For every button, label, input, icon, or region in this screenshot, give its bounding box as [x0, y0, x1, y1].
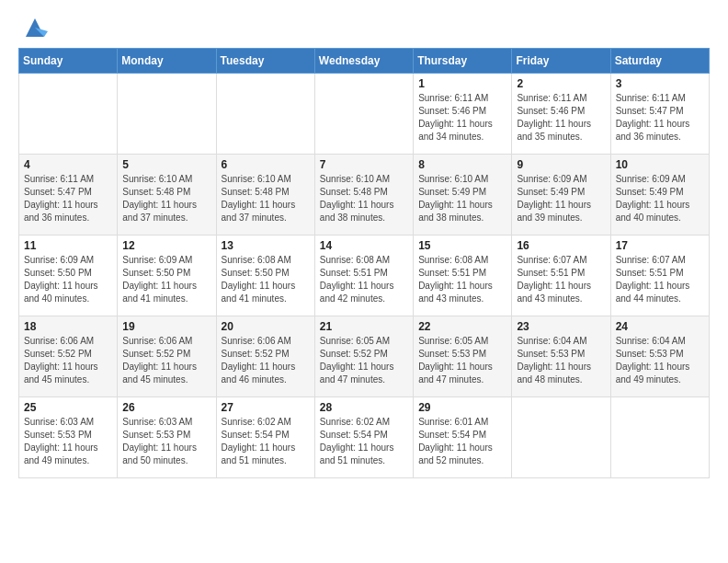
- day-number: 25: [24, 401, 112, 414]
- day-number: 27: [222, 401, 310, 414]
- cell-info: Sunrise: 6:09 AM Sunset: 5:50 PM Dayligh…: [24, 254, 112, 305]
- calendar-cell: 9Sunrise: 6:09 AM Sunset: 5:49 PM Daylig…: [512, 155, 610, 236]
- calendar-cell: 3Sunrise: 6:11 AM Sunset: 5:47 PM Daylig…: [610, 74, 709, 155]
- day-number: 28: [320, 401, 408, 414]
- cell-info: Sunrise: 6:06 AM Sunset: 5:52 PM Dayligh…: [222, 335, 310, 386]
- cell-info: Sunrise: 6:05 AM Sunset: 5:53 PM Dayligh…: [418, 335, 506, 386]
- cell-info: Sunrise: 6:03 AM Sunset: 5:53 PM Dayligh…: [122, 416, 210, 467]
- calendar-cell: 15Sunrise: 6:08 AM Sunset: 5:51 PM Dayli…: [414, 236, 512, 316]
- cell-info: Sunrise: 6:06 AM Sunset: 5:52 PM Dayligh…: [122, 335, 210, 386]
- calendar-cell: [118, 74, 216, 155]
- day-number: 3: [616, 77, 704, 90]
- calendar-cell: 18Sunrise: 6:06 AM Sunset: 5:52 PM Dayli…: [19, 316, 118, 397]
- day-number: 12: [122, 239, 210, 252]
- day-number: 23: [517, 320, 605, 333]
- day-number: 16: [517, 239, 605, 252]
- day-number: 17: [616, 239, 704, 252]
- calendar-week-row: 11Sunrise: 6:09 AM Sunset: 5:50 PM Dayli…: [19, 236, 710, 316]
- calendar-cell: 19Sunrise: 6:06 AM Sunset: 5:52 PM Dayli…: [118, 316, 216, 397]
- calendar-cell: 11Sunrise: 6:09 AM Sunset: 5:50 PM Dayli…: [19, 236, 118, 316]
- cell-info: Sunrise: 6:01 AM Sunset: 5:54 PM Dayligh…: [418, 416, 506, 467]
- header-wednesday: Wednesday: [314, 49, 413, 74]
- calendar-cell: 4Sunrise: 6:11 AM Sunset: 5:47 PM Daylig…: [19, 155, 118, 236]
- day-number: 8: [418, 158, 506, 171]
- day-number: 15: [418, 239, 506, 252]
- day-number: 11: [24, 239, 112, 252]
- cell-info: Sunrise: 6:10 AM Sunset: 5:48 PM Dayligh…: [222, 173, 310, 224]
- cell-info: Sunrise: 6:11 AM Sunset: 5:47 PM Dayligh…: [24, 173, 112, 224]
- day-number: 21: [320, 320, 408, 333]
- cell-info: Sunrise: 6:06 AM Sunset: 5:52 PM Dayligh…: [24, 335, 112, 386]
- cell-info: Sunrise: 6:08 AM Sunset: 5:51 PM Dayligh…: [320, 254, 408, 305]
- calendar-table: SundayMondayTuesdayWednesdayThursdayFrid…: [18, 48, 710, 478]
- cell-info: Sunrise: 6:10 AM Sunset: 5:49 PM Dayligh…: [418, 173, 506, 224]
- day-number: 20: [222, 320, 310, 333]
- header-thursday: Thursday: [414, 49, 512, 74]
- calendar-cell: 20Sunrise: 6:06 AM Sunset: 5:52 PM Dayli…: [216, 316, 314, 397]
- calendar-cell: [512, 397, 610, 478]
- calendar-week-row: 4Sunrise: 6:11 AM Sunset: 5:47 PM Daylig…: [19, 155, 710, 236]
- calendar-cell: 24Sunrise: 6:04 AM Sunset: 5:53 PM Dayli…: [610, 316, 709, 397]
- header-sunday: Sunday: [19, 49, 118, 74]
- day-number: 13: [222, 239, 310, 252]
- cell-info: Sunrise: 6:05 AM Sunset: 5:52 PM Dayligh…: [320, 335, 408, 386]
- calendar-cell: 7Sunrise: 6:10 AM Sunset: 5:48 PM Daylig…: [314, 155, 413, 236]
- calendar-cell: 8Sunrise: 6:10 AM Sunset: 5:49 PM Daylig…: [414, 155, 512, 236]
- cell-info: Sunrise: 6:09 AM Sunset: 5:49 PM Dayligh…: [616, 173, 704, 224]
- calendar-cell: 5Sunrise: 6:10 AM Sunset: 5:48 PM Daylig…: [118, 155, 216, 236]
- day-number: 22: [418, 320, 506, 333]
- calendar-cell: 17Sunrise: 6:07 AM Sunset: 5:51 PM Dayli…: [610, 236, 709, 316]
- cell-info: Sunrise: 6:11 AM Sunset: 5:46 PM Dayligh…: [517, 92, 605, 144]
- cell-info: Sunrise: 6:09 AM Sunset: 5:49 PM Dayligh…: [517, 173, 605, 224]
- cell-info: Sunrise: 6:11 AM Sunset: 5:46 PM Dayligh…: [418, 92, 506, 144]
- cell-info: Sunrise: 6:08 AM Sunset: 5:50 PM Dayligh…: [222, 254, 310, 305]
- header-friday: Friday: [512, 49, 610, 74]
- cell-info: Sunrise: 6:04 AM Sunset: 5:53 PM Dayligh…: [517, 335, 605, 386]
- day-number: 24: [616, 320, 704, 333]
- cell-info: Sunrise: 6:11 AM Sunset: 5:47 PM Dayligh…: [616, 92, 704, 144]
- calendar-cell: 13Sunrise: 6:08 AM Sunset: 5:50 PM Dayli…: [216, 236, 314, 316]
- calendar-cell: 2Sunrise: 6:11 AM Sunset: 5:46 PM Daylig…: [512, 74, 610, 155]
- cell-info: Sunrise: 6:07 AM Sunset: 5:51 PM Dayligh…: [616, 254, 704, 305]
- calendar-week-row: 1Sunrise: 6:11 AM Sunset: 5:46 PM Daylig…: [19, 74, 710, 155]
- calendar-cell: 1Sunrise: 6:11 AM Sunset: 5:46 PM Daylig…: [414, 74, 512, 155]
- cell-info: Sunrise: 6:03 AM Sunset: 5:53 PM Dayligh…: [24, 416, 112, 467]
- calendar-cell: 10Sunrise: 6:09 AM Sunset: 5:49 PM Dayli…: [610, 155, 709, 236]
- header-saturday: Saturday: [610, 49, 709, 74]
- calendar-cell: [610, 397, 709, 478]
- day-number: 14: [320, 239, 408, 252]
- day-number: 9: [517, 158, 605, 171]
- cell-info: Sunrise: 6:07 AM Sunset: 5:51 PM Dayligh…: [517, 254, 605, 305]
- calendar-week-row: 25Sunrise: 6:03 AM Sunset: 5:53 PM Dayli…: [19, 397, 710, 478]
- calendar-cell: 23Sunrise: 6:04 AM Sunset: 5:53 PM Dayli…: [512, 316, 610, 397]
- calendar-cell: 25Sunrise: 6:03 AM Sunset: 5:53 PM Dayli…: [19, 397, 118, 478]
- day-number: 5: [122, 158, 210, 171]
- cell-info: Sunrise: 6:10 AM Sunset: 5:48 PM Dayligh…: [122, 173, 210, 224]
- day-number: 18: [24, 320, 112, 333]
- calendar-cell: 26Sunrise: 6:03 AM Sunset: 5:53 PM Dayli…: [118, 397, 216, 478]
- calendar-cell: 21Sunrise: 6:05 AM Sunset: 5:52 PM Dayli…: [314, 316, 413, 397]
- calendar-cell: 12Sunrise: 6:09 AM Sunset: 5:50 PM Dayli…: [118, 236, 216, 316]
- day-number: 19: [122, 320, 210, 333]
- cell-info: Sunrise: 6:08 AM Sunset: 5:51 PM Dayligh…: [418, 254, 506, 305]
- calendar-week-row: 18Sunrise: 6:06 AM Sunset: 5:52 PM Dayli…: [19, 316, 710, 397]
- calendar-cell: 29Sunrise: 6:01 AM Sunset: 5:54 PM Dayli…: [414, 397, 512, 478]
- calendar-cell: 28Sunrise: 6:02 AM Sunset: 5:54 PM Dayli…: [314, 397, 413, 478]
- calendar-header-row: SundayMondayTuesdayWednesdayThursdayFrid…: [19, 49, 710, 74]
- day-number: 2: [517, 77, 605, 90]
- day-number: 1: [418, 77, 506, 90]
- cell-info: Sunrise: 6:02 AM Sunset: 5:54 PM Dayligh…: [320, 416, 408, 467]
- calendar-cell: [19, 74, 118, 155]
- page-header: [18, 15, 710, 40]
- day-number: 7: [320, 158, 408, 171]
- calendar-cell: 27Sunrise: 6:02 AM Sunset: 5:54 PM Dayli…: [216, 397, 314, 478]
- cell-info: Sunrise: 6:09 AM Sunset: 5:50 PM Dayligh…: [122, 254, 210, 305]
- day-number: 26: [122, 401, 210, 414]
- day-number: 4: [24, 158, 112, 171]
- calendar-cell: 16Sunrise: 6:07 AM Sunset: 5:51 PM Dayli…: [512, 236, 610, 316]
- calendar-cell: 6Sunrise: 6:10 AM Sunset: 5:48 PM Daylig…: [216, 155, 314, 236]
- header-monday: Monday: [118, 49, 216, 74]
- logo-icon: [22, 15, 48, 40]
- logo: [18, 15, 48, 40]
- day-number: 10: [616, 158, 704, 171]
